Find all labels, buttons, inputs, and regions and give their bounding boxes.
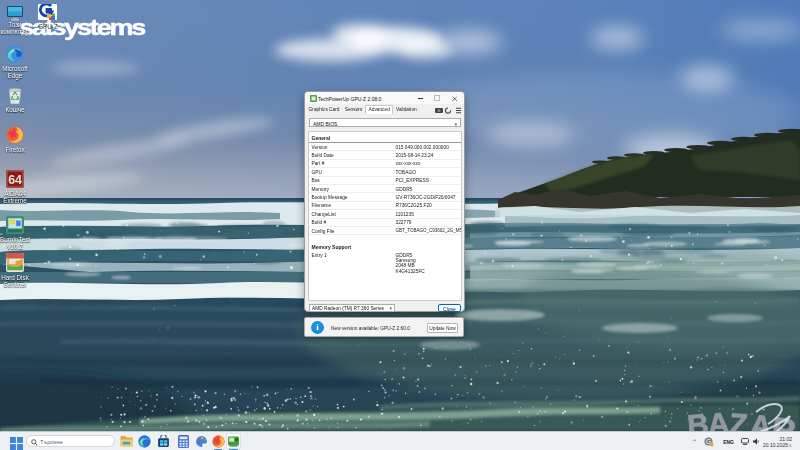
svg-text:64: 64 (8, 173, 22, 187)
